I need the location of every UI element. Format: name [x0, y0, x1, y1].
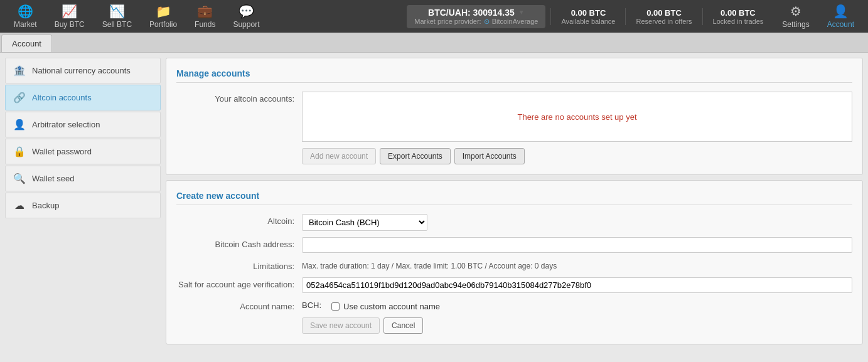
altcoin-accounts-label: Your altcoin accounts: [176, 92, 302, 104]
limitations-area: Max. trade duration: 1 day / Max. trade … [302, 259, 852, 270]
altcoin-select-row: Altcoin: Bitcoin Cash (BCH) [176, 214, 852, 231]
custom-name-label: Use custom account name [343, 302, 440, 311]
altcoin-select-label: Altcoin: [176, 214, 302, 226]
nav-portfolio-label: Portfolio [149, 20, 177, 29]
nav-support-label: Support [233, 20, 259, 29]
price-dropdown-arrow: ▼ [518, 9, 525, 16]
nav-settings[interactable]: ⚙ Settings [773, 0, 818, 33]
salt-input-area [302, 277, 852, 293]
locked-amount: 0.00 BTC [721, 8, 756, 18]
cancel-button[interactable]: Cancel [383, 317, 423, 334]
accounts-empty-message: There are no accounts set up yet [517, 112, 636, 122]
accounts-list-area: There are no accounts set up yet [302, 92, 852, 142]
sidebar-item-wallet-seed-label: Wallet seed [32, 174, 74, 183]
national-currency-icon: 🏦 [13, 65, 26, 77]
nav-portfolio[interactable]: 📁 Portfolio [141, 0, 186, 33]
account-name-label: Account name: [176, 299, 302, 311]
sidebar-item-arbitrator-label: Arbitrator selection [32, 120, 100, 129]
provider-logo: ⊙ [484, 18, 490, 26]
create-account-buttons: Save new account Cancel [302, 317, 852, 334]
salt-label: Salt for account age verification: [176, 277, 302, 289]
sidebar-item-wallet-password[interactable]: 🔒 Wallet password [5, 139, 161, 164]
altcoin-select-area: Bitcoin Cash (BCH) [302, 214, 852, 231]
import-accounts-button[interactable]: Import Accounts [454, 148, 525, 164]
content-area: Manage accounts Your altcoin accounts: T… [166, 58, 863, 357]
available-amount: 0.00 BTC [571, 8, 606, 18]
settings-icon: ⚙ [790, 4, 801, 19]
nav-market-label: Market [14, 20, 37, 29]
nav-settings-label: Settings [782, 20, 809, 29]
market-icon: 🌐 [18, 4, 33, 19]
arbitrator-icon: 👤 [13, 119, 26, 130]
price-pair: BTC/UAH: 300914.35 [428, 8, 515, 18]
nav-account-label: Account [827, 20, 854, 29]
available-balance: 0.00 BTC Available balance [550, 8, 625, 25]
top-navigation: 🌐 Market 📈 Buy BTC 📉 Sell BTC 📁 Portfoli… [0, 0, 868, 33]
address-input[interactable] [302, 237, 852, 253]
nav-funds[interactable]: 💼 Funds [186, 0, 224, 33]
sidebar-item-arbitrator[interactable]: 👤 Arbitrator selection [5, 112, 161, 137]
altcoin-icon: 🔗 [13, 92, 26, 104]
address-label: Bitcoin Cash address: [176, 237, 302, 249]
nav-account[interactable]: 👤 Account [818, 0, 863, 33]
nav-sell-btc[interactable]: 📉 Sell BTC [94, 0, 141, 33]
sidebar: 🏦 National currency accounts 🔗 Altcoin a… [5, 58, 161, 357]
available-label: Available balance [561, 18, 615, 25]
reserved-balance: 0.00 BTC Reserved in offers [625, 8, 702, 25]
funds-icon: 💼 [197, 4, 213, 19]
nav-sell-btc-label: Sell BTC [102, 20, 132, 29]
sidebar-item-national-label: National currency accounts [32, 66, 131, 75]
limitations-text: Max. trade duration: 1 day / Max. trade … [302, 259, 852, 270]
address-input-area [302, 237, 852, 253]
sidebar-item-altcoin[interactable]: 🔗 Altcoin accounts [5, 85, 161, 110]
sidebar-item-national-currency[interactable]: 🏦 National currency accounts [5, 58, 161, 83]
save-new-account-button[interactable]: Save new account [302, 317, 380, 334]
custom-name-checkbox-row: Use custom account name [331, 299, 440, 311]
nav-buy-btc-label: Buy BTC [55, 20, 85, 29]
sidebar-item-backup-label: Backup [32, 201, 59, 210]
accounts-list: There are no accounts set up yet [302, 92, 852, 142]
sidebar-item-backup[interactable]: ☁ Backup [5, 193, 161, 218]
main-layout: 🏦 National currency accounts 🔗 Altcoin a… [0, 53, 868, 362]
limitations-label: Limitations: [176, 259, 302, 271]
wallet-seed-icon: 🔍 [13, 173, 26, 184]
reserved-label: Reserved in offers [636, 18, 692, 25]
altcoin-accounts-row: Your altcoin accounts: There are no acco… [176, 92, 852, 142]
sidebar-item-altcoin-label: Altcoin accounts [32, 93, 92, 102]
price-provider-name: BitcoinAverage [492, 18, 538, 25]
sidebar-item-wallet-seed[interactable]: 🔍 Wallet seed [5, 166, 161, 191]
account-icon: 👤 [833, 4, 849, 19]
nav-support[interactable]: 💬 Support [224, 0, 268, 33]
sidebar-item-wallet-password-label: Wallet password [32, 147, 92, 156]
support-icon: 💬 [238, 4, 254, 19]
salt-input[interactable] [302, 277, 852, 293]
backup-icon: ☁ [13, 200, 26, 211]
balance-group: 0.00 BTC Available balance 0.00 BTC Rese… [550, 8, 773, 25]
limitations-row: Limitations: Max. trade duration: 1 day … [176, 259, 852, 271]
address-row: Bitcoin Cash address: [176, 237, 852, 253]
tab-bar: Account [0, 33, 868, 53]
manage-accounts-buttons: Add new account Export Accounts Import A… [302, 148, 852, 164]
manage-accounts-section: Manage accounts Your altcoin accounts: T… [166, 58, 863, 175]
nav-funds-label: Funds [195, 20, 215, 29]
locked-balance: 0.00 BTC Locked in trades [702, 8, 774, 25]
export-accounts-button[interactable]: Export Accounts [380, 148, 451, 164]
reserved-amount: 0.00 BTC [646, 8, 682, 18]
manage-accounts-title: Manage accounts [176, 68, 852, 83]
wallet-password-icon: 🔒 [13, 146, 26, 157]
account-name-content: BCH: Use custom account name [302, 299, 852, 311]
portfolio-icon: 📁 [156, 4, 171, 19]
custom-name-checkbox[interactable] [331, 302, 340, 311]
nav-market[interactable]: 🌐 Market [5, 0, 46, 33]
price-provider-label: Market price provider: [414, 18, 481, 25]
tab-account[interactable]: Account [1, 35, 52, 52]
account-name-row: Account name: BCH: Use custom account na… [176, 299, 852, 311]
add-new-account-button[interactable]: Add new account [302, 148, 376, 164]
account-name-area: BCH: Use custom account name [302, 299, 852, 311]
create-account-section: Create new account Altcoin: Bitcoin Cash… [166, 180, 863, 344]
sell-btc-icon: 📉 [109, 4, 125, 19]
create-account-title: Create new account [176, 191, 852, 205]
nav-buy-btc[interactable]: 📈 Buy BTC [46, 0, 94, 33]
price-widget[interactable]: BTC/UAH: 300914.35 ▼ Market price provid… [407, 5, 545, 28]
altcoin-select[interactable]: Bitcoin Cash (BCH) [302, 214, 427, 231]
